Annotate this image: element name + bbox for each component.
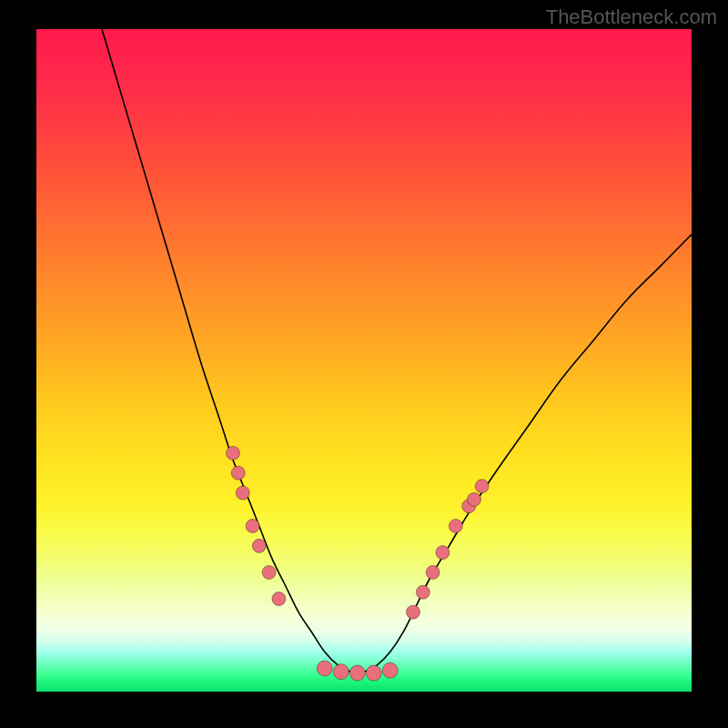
data-point	[416, 585, 430, 599]
data-point	[227, 446, 240, 460]
data-point	[317, 661, 332, 676]
data-point	[262, 565, 276, 579]
data-point	[462, 500, 476, 513]
data-point	[407, 605, 420, 619]
data-point	[231, 466, 245, 480]
data-point	[467, 492, 480, 506]
data-point	[333, 664, 349, 680]
curve-left	[102, 29, 351, 672]
data-point	[252, 539, 266, 552]
data-point	[449, 520, 462, 533]
data-point	[426, 565, 440, 579]
data-point	[246, 520, 259, 533]
data-point	[272, 592, 286, 606]
data-points-group	[227, 446, 490, 681]
data-point	[436, 546, 450, 560]
bottleneck-chart-container: TheBottleneck.com	[0, 0, 728, 728]
watermark-text: TheBottleneck.com	[546, 5, 717, 29]
data-point	[475, 480, 489, 493]
data-point	[382, 662, 398, 678]
data-point	[236, 486, 249, 500]
curve-right	[351, 235, 692, 672]
data-point	[349, 665, 365, 681]
plot-area	[36, 29, 692, 692]
chart-svg	[36, 29, 692, 692]
data-point	[366, 665, 381, 681]
